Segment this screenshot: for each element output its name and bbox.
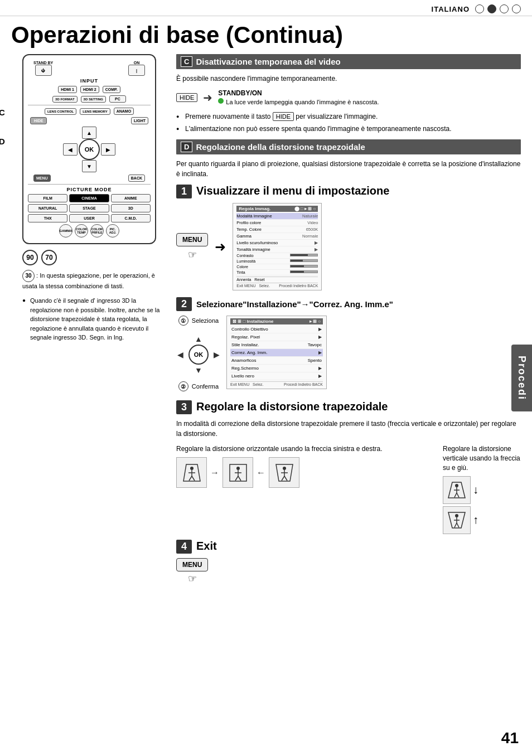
anime-btn[interactable]: ANIME — [111, 194, 151, 202]
green-dot-icon — [218, 98, 224, 104]
menu-btn-group: MENU ☞ — [176, 233, 208, 261]
model-numbers: 90 70 — [22, 250, 167, 265]
input-row-2: 3D FORMAT 3D SETTING PC — [28, 95, 151, 103]
lens-control-btn[interactable]: LENS CONTROL — [45, 108, 76, 115]
standby-btn[interactable]: ⏻ — [35, 65, 52, 76]
dpad-left[interactable]: ◀ — [63, 143, 78, 156]
step-4-title: Exit — [196, 540, 217, 553]
up-arrow-vert: ↑ — [473, 513, 478, 526]
comp-btn[interactable]: COMP. — [103, 86, 120, 93]
svg-line-16 — [282, 476, 284, 481]
3d-btn[interactable]: 3D — [111, 204, 151, 212]
arrow-icon: ➜ — [203, 91, 212, 104]
dpad-top: ▲ — [82, 127, 96, 139]
hdmi1-btn[interactable]: HDMI 1 — [58, 86, 77, 93]
hand-icon-step4: ☞ — [188, 573, 197, 585]
menu-btn-step1[interactable]: MENU — [176, 233, 208, 246]
trap-vert-down: ↓ — [443, 476, 478, 504]
svg-point-19 — [455, 484, 458, 487]
menu-screen-title-step1: Regola Immag. ⬤ □ ▸ ⊞ ○ — [236, 206, 318, 212]
color-temp-btn[interactable]: COLOR TEMP — [75, 224, 88, 238]
input-section-label: INPUT — [28, 78, 151, 84]
svg-line-22 — [454, 493, 457, 497]
trap-vert-up: ↑ — [443, 506, 478, 534]
svg-line-23 — [457, 493, 459, 497]
cinema-btn[interactable]: CINEMA — [69, 194, 109, 202]
menu-btn-remote[interactable]: MENU — [33, 175, 51, 182]
setting3d-btn[interactable]: 3D SETTING — [81, 96, 106, 103]
dpad-right[interactable]: ▶ — [101, 143, 115, 156]
menu-foot-step1: Exit MENU Selez. Procedi Indietro BACK — [236, 283, 318, 288]
film-btn[interactable]: FILM — [28, 194, 67, 202]
anamo-btn[interactable]: ANAMO — [114, 108, 134, 115]
menu-row-temp: Temp. Colore6500K — [236, 226, 318, 233]
ok-btn[interactable]: OK — [79, 139, 100, 160]
back-btn[interactable]: BACK — [128, 175, 145, 182]
bullet-1: Premere nuovamente il tasto HIDE per vis… — [176, 112, 521, 122]
dpad-down[interactable]: ▼ — [82, 160, 96, 172]
menu-row-gamma: GammaNormale — [236, 233, 318, 240]
section-c-header: C Disattivazione temporanea del video — [176, 54, 521, 69]
section-c-title: Disattivazione temporanea del video — [196, 57, 340, 66]
step-2-num: 2 — [176, 297, 192, 311]
model-num-2: 70 — [41, 250, 57, 265]
user-btn[interactable]: USER — [69, 214, 109, 222]
section-d-header: D Regolazione della distorsione trapezoi… — [176, 139, 521, 154]
stage-btn[interactable]: STAGE — [69, 204, 109, 212]
up-arrow-icon: ▲ — [195, 335, 202, 343]
lang-circle-1 — [475, 4, 484, 13]
ok-dpad-diagram: ▲ ◀ OK ▶ ▼ — [176, 332, 221, 377]
format3d-btn[interactable]: 3D FORMAT — [52, 96, 78, 103]
lang-circle-3 — [500, 4, 509, 13]
bottom-btns: GAMMA COLOR TEMP COLOR PRFILE PIC. ADJ. — [28, 224, 151, 238]
lens-memory-btn[interactable]: LENS MEMORY — [80, 108, 110, 115]
cmd-btn[interactable]: C.M.D. — [111, 214, 151, 222]
step-1-title: Visualizzare il menu di impostazione — [196, 185, 389, 197]
left-column: C D STAND BY ⏻ ON | INPUT — [11, 54, 167, 585]
lang-circle-2 — [487, 4, 496, 13]
language-label: ITALIANO — [432, 5, 470, 13]
arrow-right-horiz: → — [210, 468, 219, 478]
header: ITALIANO — [0, 0, 532, 16]
trap-figure-vert-2 — [443, 506, 471, 534]
dpad-up[interactable]: ▲ — [82, 127, 96, 139]
page-number: 41 — [501, 729, 519, 747]
bullet-2: L'alimentazione non può essere spenta qu… — [176, 124, 521, 134]
green-dot-row: La luce verde lampeggia quando l'immagin… — [218, 98, 379, 106]
side-tab: Procedi — [511, 345, 532, 411]
gamma-btn[interactable]: GAMMA — [59, 224, 72, 238]
step-4-content: MENU ☞ — [176, 558, 521, 585]
menu-row-profilo: Profilo coloreVideo — [236, 220, 318, 226]
menu-row-colore: Colore — [236, 264, 318, 270]
svg-line-11 — [238, 476, 241, 481]
thx-btn[interactable]: THX — [28, 214, 67, 222]
color-prfile-btn[interactable]: COLOR PRFILE — [90, 224, 104, 238]
natural-btn[interactable]: NATURAL — [28, 204, 67, 212]
lang-circle-4 — [512, 4, 521, 13]
hide-light-row: HIDE LIGHT — [28, 117, 151, 124]
dpad-bottom: ▼ — [82, 160, 96, 172]
ok-center-btn[interactable]: OK — [188, 345, 209, 365]
step-1-num: 1 — [176, 185, 192, 198]
picture-mode-grid: FILM CINEMA ANIME NATURAL STAGE 3D THX U… — [28, 194, 151, 222]
right-column: C Disattivazione temporanea del video È … — [176, 54, 521, 585]
menu-row-anamo: AnamorficosSpento — [230, 357, 323, 365]
menu-row-tonalita: Tonalità immagine▶ — [236, 246, 318, 253]
section-c-intro: È possibile nascondere l'immagine tempor… — [176, 74, 521, 84]
menu-row-stile: Stile Installaz.Tavopc — [230, 341, 323, 349]
standby-on-label: STANDBY/ON — [218, 89, 379, 97]
pc-btn[interactable]: PC — [109, 95, 126, 103]
model-note-text: : In questa spiegazione, per le operazio… — [22, 272, 155, 289]
hide-btn-remote[interactable]: HIDE — [30, 117, 47, 124]
svg-point-25 — [455, 514, 458, 517]
on-btn[interactable]: | — [128, 65, 145, 76]
svg-point-1 — [190, 467, 194, 470]
menu-row-contrasto: Contrasto — [236, 253, 318, 259]
pic-adj-btn[interactable]: PIC. ADJ. — [106, 224, 119, 238]
input-row-1: HDMI 1 HDMI 2 COMP. — [28, 86, 151, 93]
standby-label: STAND BY — [33, 61, 53, 65]
light-btn[interactable]: LIGHT — [131, 117, 148, 124]
hdmi2-btn[interactable]: HDMI 2 — [80, 86, 99, 93]
menu-row-luminosita: Luminosità — [236, 259, 318, 264]
menu-btn-step4[interactable]: MENU — [176, 558, 208, 571]
